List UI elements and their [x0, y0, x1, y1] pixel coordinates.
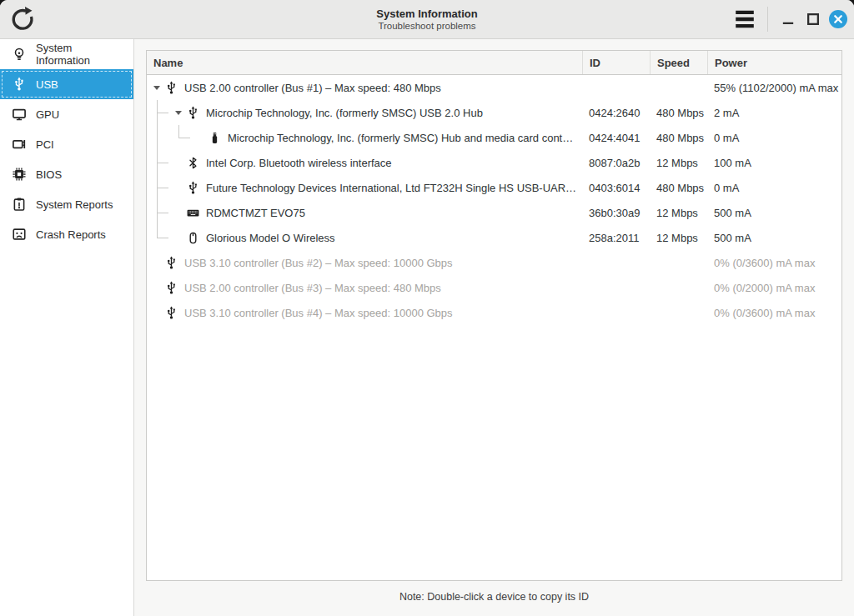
device-id: [582, 275, 650, 300]
expander-icon: [171, 175, 186, 200]
sidebar-item-usb[interactable]: USB: [0, 69, 133, 99]
sidebar-item-label: GPU: [36, 108, 59, 121]
app-body: System Information USB GPU PCI BIOS Syst…: [0, 39, 854, 616]
sidebar-item-crash-reports[interactable]: Crash Reports: [0, 219, 133, 249]
refresh-button[interactable]: [8, 5, 37, 33]
expander-icon: [149, 300, 164, 325]
device-name-cell: Microchip Technology, Inc. (formerly SMS…: [147, 100, 582, 125]
sidebar-item-pci[interactable]: PCI: [0, 129, 133, 159]
column-header-speed[interactable]: Speed: [650, 51, 707, 74]
device-power: 500 mA: [707, 200, 841, 225]
sidebar: System Information USB GPU PCI BIOS Syst…: [0, 39, 134, 616]
titlebar-title-block: System Information Troubleshoot problems: [376, 8, 477, 32]
device-power: 0% (0/3600) mA max: [707, 300, 841, 325]
mouse-icon: [186, 231, 200, 245]
device-speed: [650, 75, 707, 100]
device-id: [582, 75, 650, 100]
sidebar-item-bios[interactable]: BIOS: [0, 159, 133, 189]
maximize-button[interactable]: [802, 8, 824, 30]
device-id: 36b0:30a9: [582, 200, 650, 225]
maximize-icon: [802, 8, 824, 30]
titlebar-separator: [767, 7, 768, 32]
expander-icon: [171, 150, 186, 175]
table-row[interactable]: USB 2.00 controller (Bus #1) – Max speed…: [147, 75, 841, 100]
bluetooth-icon: [186, 156, 200, 170]
sidebar-item-label: PCI: [36, 138, 54, 151]
device-speed: 12 Mbps: [650, 200, 707, 225]
column-header-name[interactable]: Name: [147, 51, 582, 74]
expander-icon: [171, 200, 186, 225]
usb-icon: [164, 81, 178, 95]
expander-icon: [171, 225, 186, 250]
sidebar-item-label: System Information: [36, 42, 128, 67]
sidebar-item-gpu[interactable]: GPU: [0, 99, 133, 129]
device-table: Name ID Speed Power USB 2.00 controller …: [146, 50, 842, 581]
column-header-power[interactable]: Power: [707, 51, 841, 74]
device-name-cell: Microchip Technology, Inc. (formerly SMS…: [147, 125, 582, 150]
usb-icon: [164, 281, 178, 295]
device-power: 100 mA: [707, 150, 841, 175]
device-name-cell: Intel Corp. Bluetooth wireless interface: [147, 150, 582, 175]
device-name: RDMCTMZT EVO75: [206, 207, 305, 219]
table-row[interactable]: Microchip Technology, Inc. (formerly SMS…: [147, 100, 841, 125]
device-name: Microchip Technology, Inc. (formerly SMS…: [228, 132, 573, 144]
device-speed: 12 Mbps: [650, 150, 707, 175]
titlebar-left: [8, 0, 37, 38]
minimize-button[interactable]: [777, 8, 799, 30]
device-id: 8087:0a2b: [582, 150, 650, 175]
device-name: Intel Corp. Bluetooth wireless interface: [206, 157, 392, 169]
device-power: 55% (1102/2000) mA max: [707, 75, 841, 100]
footer-note: Note: Double-click a device to copy its …: [134, 591, 854, 603]
table-row[interactable]: RDMCTMZT EVO75 36b0:30a9 12 Mbps 500 mA: [147, 200, 841, 225]
table-row[interactable]: USB 3.10 controller (Bus #2) – Max speed…: [147, 250, 841, 275]
device-name: USB 3.10 controller (Bus #2) – Max speed…: [184, 257, 453, 269]
sidebar-item-label: System Reports: [36, 198, 113, 211]
sidebar-item-system-information[interactable]: System Information: [0, 39, 133, 69]
device-id: 0424:2640: [582, 100, 650, 125]
device-name-cell: USB 3.10 controller (Bus #4) – Max speed…: [147, 300, 582, 325]
crash-face-icon: [12, 227, 27, 242]
device-id: 258a:2011: [582, 225, 650, 250]
device-power: 0 mA: [707, 125, 841, 150]
pci-card-icon: [12, 137, 27, 152]
table-row[interactable]: USB 2.00 controller (Bus #3) – Max speed…: [147, 275, 841, 300]
table-row[interactable]: Intel Corp. Bluetooth wireless interface…: [147, 150, 841, 175]
sidebar-item-label: USB: [36, 78, 58, 91]
usb-icon: [12, 77, 27, 92]
table-header: Name ID Speed Power: [147, 51, 841, 75]
device-speed: 480 Mbps: [650, 175, 707, 200]
device-name-cell: USB 2.00 controller (Bus #3) – Max speed…: [147, 275, 582, 300]
hamburger-menu-icon: [730, 4, 760, 34]
window-subtitle: Troubleshoot problems: [376, 21, 477, 32]
expander-icon[interactable]: [171, 100, 186, 125]
app-window: System Information Troubleshoot problems…: [0, 0, 854, 616]
table-row[interactable]: Future Technology Devices International,…: [147, 175, 841, 200]
close-icon: [829, 10, 847, 28]
expander-icon: [149, 275, 164, 300]
menu-button[interactable]: [730, 5, 760, 33]
table-row[interactable]: Microchip Technology, Inc. (formerly SMS…: [147, 125, 841, 150]
usb-icon: [186, 106, 200, 120]
sidebar-item-system-reports[interactable]: System Reports: [0, 189, 133, 219]
device-name: USB 2.00 controller (Bus #3) – Max speed…: [184, 282, 441, 294]
expander-icon: [193, 125, 208, 150]
table-row[interactable]: Glorious Model O Wireless 258a:2011 12 M…: [147, 225, 841, 250]
flash-drive-icon: [208, 131, 222, 145]
usb-icon: [164, 256, 178, 270]
main-panel: Name ID Speed Power USB 2.00 controller …: [134, 39, 854, 616]
device-speed: [650, 250, 707, 275]
device-power: 0 mA: [707, 175, 841, 200]
expander-icon[interactable]: [149, 75, 164, 100]
device-id: 0403:6014: [582, 175, 650, 200]
close-button[interactable]: [829, 10, 847, 28]
device-name-cell: USB 3.10 controller (Bus #2) – Max speed…: [147, 250, 582, 275]
column-header-id[interactable]: ID: [582, 51, 650, 74]
device-speed: [650, 275, 707, 300]
refresh-icon: [8, 5, 37, 33]
titlebar-controls: [730, 0, 847, 38]
device-speed: 480 Mbps: [650, 125, 707, 150]
device-id: [582, 250, 650, 275]
table-body: USB 2.00 controller (Bus #1) – Max speed…: [147, 75, 841, 325]
monitor-icon: [12, 107, 27, 122]
table-row[interactable]: USB 3.10 controller (Bus #4) – Max speed…: [147, 300, 841, 325]
